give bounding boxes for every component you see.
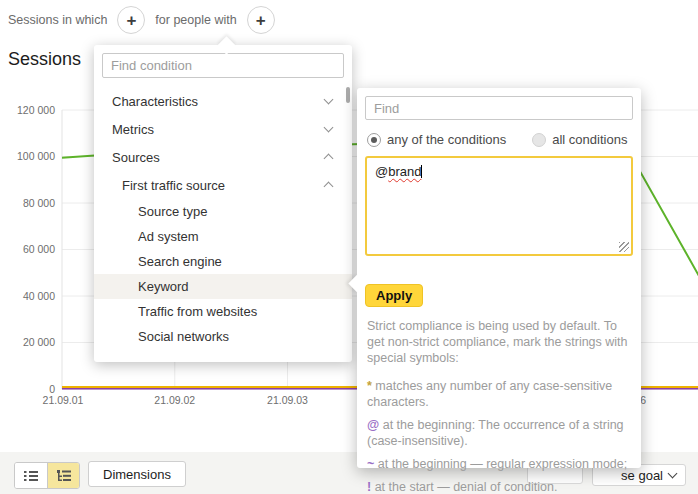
list-icon bbox=[23, 469, 39, 483]
condition-item-ad-system[interactable]: Ad system bbox=[94, 224, 352, 249]
symbol-description: matches any number of any case-sensitive… bbox=[367, 379, 612, 409]
condition-item-label: Social networks bbox=[94, 329, 229, 344]
svg-text:0: 0 bbox=[49, 383, 55, 395]
radio-all-conditions[interactable] bbox=[532, 133, 546, 147]
for-people-with-label: for people with bbox=[155, 13, 236, 27]
add-session-condition-button[interactable]: + bbox=[117, 6, 145, 34]
condition-item-label: Characteristics bbox=[94, 94, 198, 109]
condition-item-label: Ad system bbox=[94, 229, 199, 244]
chevron-up-icon bbox=[324, 182, 334, 192]
condition-item-source-type[interactable]: Source type bbox=[94, 199, 352, 224]
plus-icon: + bbox=[126, 12, 136, 29]
plus-icon: + bbox=[256, 12, 266, 29]
condition-item-characteristics[interactable]: Characteristics bbox=[94, 87, 352, 115]
symbol-description: at the beginning: The occurrence of a st… bbox=[367, 418, 624, 448]
svg-text:100 000: 100 000 bbox=[17, 150, 55, 162]
condition-dropdown-panel: CharacteristicsMetricsSourcesFirst traff… bbox=[94, 45, 352, 362]
symbol-prefix: @ bbox=[375, 164, 388, 179]
chevron-down-icon bbox=[324, 95, 334, 105]
condition-item-keyword[interactable]: Keyword bbox=[94, 274, 352, 299]
symbol-description: at the start — denial of condition. bbox=[371, 480, 557, 494]
condition-item-label: Search engine bbox=[94, 254, 222, 269]
help-text: Strict compliance is being used by defau… bbox=[367, 318, 631, 494]
keyword-value-textarea[interactable]: @brand bbox=[365, 156, 633, 256]
condition-item-label: Keyword bbox=[94, 279, 189, 294]
help-item: @ at the beginning: The occurrence of a … bbox=[367, 417, 631, 449]
svg-text:21.09.02: 21.09.02 bbox=[154, 394, 195, 406]
condition-item-metrics[interactable]: Metrics bbox=[94, 115, 352, 143]
text-caret bbox=[421, 165, 422, 178]
y-axis-labels: 020 00040 00060 00080 000100 000120 000 bbox=[17, 104, 55, 395]
help-item: ! at the start — denial of condition. bbox=[367, 479, 631, 494]
keyword-text: @brand bbox=[375, 164, 421, 179]
condition-item-first-traffic-source[interactable]: First traffic source bbox=[94, 171, 352, 199]
apply-button[interactable]: Apply bbox=[365, 284, 423, 307]
svg-text:21.09.01: 21.09.01 bbox=[43, 394, 84, 406]
view-mode-switch bbox=[14, 462, 80, 489]
condition-match-radio-group: any of the conditions all conditions bbox=[357, 128, 641, 147]
svg-text:60 000: 60 000 bbox=[23, 243, 55, 255]
help-item: * matches any number of any case-sensiti… bbox=[367, 378, 631, 410]
condition-list: CharacteristicsMetricsSourcesFirst traff… bbox=[94, 87, 352, 349]
help-item: ~ at the beginning — regular expression … bbox=[367, 456, 631, 472]
special-symbol: @ bbox=[367, 418, 379, 432]
page-title: Sessions bbox=[8, 49, 81, 70]
resize-handle-icon[interactable] bbox=[619, 242, 629, 252]
condition-item-label: Source type bbox=[94, 204, 207, 219]
sessions-in-which-label: Sessions in which bbox=[8, 13, 107, 27]
help-symbol-list: * matches any number of any case-sensiti… bbox=[367, 378, 631, 494]
condition-item-label: Sources bbox=[94, 150, 160, 165]
symbol-description: at the beginning — regular expression mo… bbox=[374, 457, 627, 471]
misspelled-word: brand bbox=[388, 164, 421, 179]
help-intro: Strict compliance is being used by defau… bbox=[367, 318, 631, 366]
radio-any-of-the-conditions[interactable] bbox=[367, 133, 381, 147]
condition-search-input[interactable] bbox=[102, 53, 344, 78]
condition-item-sources[interactable]: Sources bbox=[94, 143, 352, 171]
tree-view-button[interactable] bbox=[47, 463, 79, 488]
condition-item-label: Metrics bbox=[94, 122, 154, 137]
svg-text:80 000: 80 000 bbox=[23, 197, 55, 209]
keyword-condition-popup: any of the conditions all conditions @br… bbox=[357, 88, 641, 468]
svg-text:21.09.03: 21.09.03 bbox=[267, 394, 308, 406]
tree-list-icon bbox=[56, 469, 72, 483]
chevron-down-icon bbox=[324, 123, 334, 133]
list-view-button[interactable] bbox=[15, 463, 47, 488]
scrollbar-thumb[interactable] bbox=[346, 87, 350, 103]
chevron-up-icon bbox=[324, 154, 334, 164]
svg-text:20 000: 20 000 bbox=[23, 336, 55, 348]
condition-item-label: Traffic from websites bbox=[94, 304, 257, 319]
segmentation-filter-bar: Sessions in which + for people with + bbox=[8, 4, 275, 36]
radio-any-label[interactable]: any of the conditions bbox=[387, 132, 506, 147]
condition-item-traffic-from-websites[interactable]: Traffic from websites bbox=[94, 299, 352, 324]
condition-item-label: First traffic source bbox=[94, 178, 225, 193]
chevron-down-icon bbox=[668, 469, 678, 479]
dimensions-button[interactable]: Dimensions bbox=[88, 461, 186, 487]
svg-text:40 000: 40 000 bbox=[23, 290, 55, 302]
svg-text:120 000: 120 000 bbox=[17, 104, 55, 116]
radio-all-label[interactable]: all conditions bbox=[552, 132, 627, 147]
add-user-condition-button[interactable]: + bbox=[247, 6, 275, 34]
condition-item-social-networks[interactable]: Social networks bbox=[94, 324, 352, 349]
keyword-find-input[interactable] bbox=[365, 96, 633, 120]
condition-item-search-engine[interactable]: Search engine bbox=[94, 249, 352, 274]
